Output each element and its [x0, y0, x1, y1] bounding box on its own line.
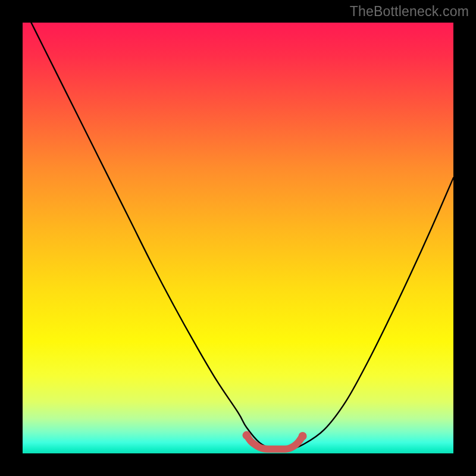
valley-end-dot [299, 432, 307, 440]
valley-start-dot [242, 431, 250, 440]
chart-plot-area [23, 23, 453, 453]
watermark-text: TheBottleneck.com [350, 4, 469, 20]
chart-frame: TheBottleneck.com [0, 0, 476, 476]
chart-svg [23, 23, 453, 453]
bottleneck-curve [23, 5, 453, 450]
